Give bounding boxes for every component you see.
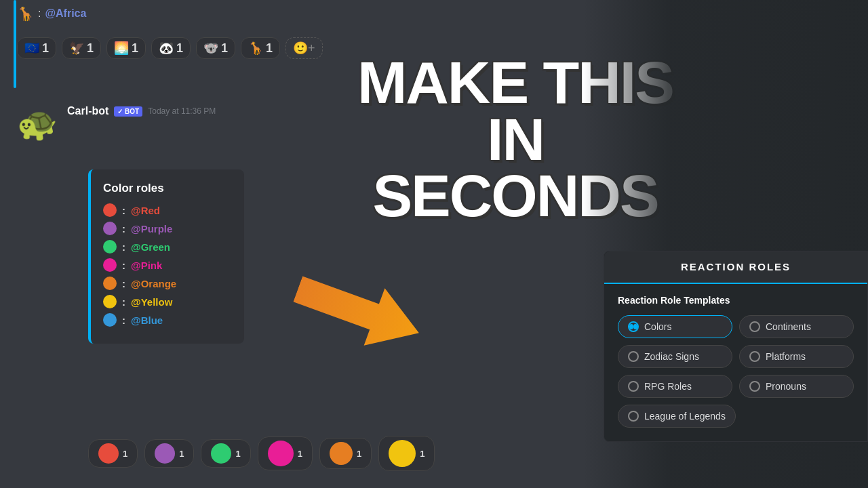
template-zodiac-label: Zodiac Signs	[644, 351, 699, 362]
template-rpg-label: RPG Roles	[644, 381, 692, 392]
radio-continents	[749, 321, 760, 332]
bottom-reaction-yellow[interactable]: 1	[378, 436, 435, 471]
reaction-sunrise[interactable]: 🌅 1	[106, 37, 146, 59]
carl-bot-message: 🐢 Carl-bot ✓ BOT Today at 11:36 PM	[17, 105, 216, 140]
reaction-row-bottom: 1 1 1 1 1 1	[88, 436, 435, 471]
red-dot	[103, 203, 117, 217]
bot-badge: ✓ BOT	[114, 106, 142, 117]
reaction-eu[interactable]: 🇪🇺 1	[17, 37, 56, 59]
reaction-eagle[interactable]: 🦅 1	[62, 37, 101, 59]
templates-grid: Colors Continents Zodiac Signs Platforms…	[618, 315, 854, 398]
headline-block: MAKE THIS IN SECONDS	[332, 54, 698, 224]
radio-rpg	[628, 381, 639, 392]
blue-dot	[103, 313, 117, 327]
green-dot	[103, 240, 117, 253]
template-colors-label: Colors	[644, 321, 671, 332]
bottom-reaction-purple[interactable]: 1	[144, 439, 194, 468]
reaction-giraffe[interactable]: 🦒 1	[241, 37, 280, 59]
panel-body: Reaction Role Templates Colors Continent…	[604, 284, 867, 428]
purple-circle	[155, 443, 175, 464]
color-roles-card: Color roles : @Red : @Purple : @Green : …	[88, 169, 244, 344]
headline-line3: SECONDS	[332, 167, 698, 224]
template-lol-label: League of Legends	[644, 411, 726, 422]
pink-dot	[103, 258, 117, 272]
panel-title: REACTION ROLES	[681, 261, 791, 272]
add-reaction-button[interactable]: 🙂+	[285, 37, 323, 59]
reaction-koala[interactable]: 🐨 1	[196, 37, 235, 59]
headline-line2: IN	[332, 111, 698, 168]
green-circle	[211, 443, 231, 464]
template-continents[interactable]: Continents	[739, 315, 854, 338]
colon-separator: :	[38, 7, 41, 20]
role-purple: : @Purple	[103, 222, 229, 235]
role-pink: : @Pink	[103, 258, 229, 272]
section-label: Reaction Role Templates	[618, 295, 854, 306]
template-colors[interactable]: Colors	[618, 315, 732, 338]
yellow-circle	[389, 440, 416, 467]
template-continents-label: Continents	[766, 321, 811, 332]
yellow-dot	[103, 295, 117, 308]
template-platforms[interactable]: Platforms	[739, 345, 854, 368]
radio-zodiac	[628, 351, 639, 362]
reaction-row-top: 🇪🇺 1 🦅 1 🌅 1 🐼 1 🐨 1 🦒 1 🙂+	[17, 37, 323, 59]
message-content: Carl-bot ✓ BOT Today at 11:36 PM	[67, 105, 216, 117]
role-green: : @Green	[103, 240, 229, 253]
template-zodiac[interactable]: Zodiac Signs	[618, 345, 732, 368]
radio-colors	[628, 321, 639, 332]
role-blue: : @Blue	[103, 313, 229, 327]
bottom-reaction-orange[interactable]: 1	[319, 438, 372, 469]
radio-platforms	[749, 351, 760, 362]
template-rpg[interactable]: RPG Roles	[618, 375, 732, 398]
role-orange: : @Orange	[103, 277, 229, 290]
bottom-reaction-green[interactable]: 1	[201, 439, 250, 468]
role-red: : @Red	[103, 203, 229, 217]
bottom-reaction-pink[interactable]: 1	[258, 436, 313, 470]
orange-dot	[103, 277, 117, 290]
template-platforms-label: Platforms	[766, 351, 806, 362]
role-yellow: : @Yellow	[103, 295, 229, 308]
orange-circle	[330, 442, 353, 465]
template-pronouns-label: Pronouns	[766, 381, 806, 392]
panel-header: REACTION ROLES	[604, 251, 867, 284]
giraffe-icon: 🦒	[17, 5, 34, 22]
turtle-avatar: 🐢	[17, 108, 58, 140]
template-lol[interactable]: League of Legends	[618, 405, 736, 428]
template-pronouns[interactable]: Pronouns	[739, 375, 854, 398]
message-timestamp: Today at 11:36 PM	[148, 106, 216, 116]
bot-username: Carl-bot	[67, 105, 108, 117]
pink-circle	[268, 441, 294, 466]
africa-role-mention: @Africa	[45, 7, 86, 20]
red-circle	[98, 443, 119, 464]
headline-line1: MAKE THIS	[332, 54, 698, 111]
purple-dot	[103, 222, 117, 235]
bottom-reaction-red[interactable]: 1	[88, 439, 138, 468]
message-header: Carl-bot ✓ BOT Today at 11:36 PM	[67, 105, 216, 117]
reaction-roles-panel: REACTION ROLES Reaction Role Templates C…	[604, 251, 868, 442]
color-roles-title: Color roles	[103, 182, 229, 195]
reaction-panda[interactable]: 🐼 1	[151, 37, 191, 59]
radio-pronouns	[749, 381, 760, 392]
africa-mention: 🦒 : @Africa	[17, 5, 86, 22]
radio-lol	[628, 411, 639, 422]
accent-bar	[14, 0, 16, 88]
